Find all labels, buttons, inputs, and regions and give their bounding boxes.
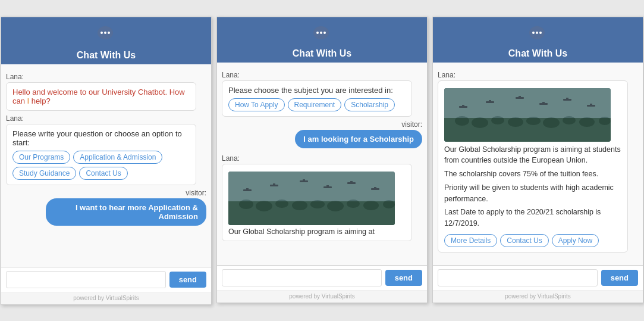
chat-input-2[interactable] [222, 269, 382, 286]
scholarship-text-3a: Our Global Scholarship program is aiming… [444, 144, 621, 167]
svg-point-49 [599, 117, 611, 125]
chat-header-3: Chat With Us [433, 17, 643, 63]
chip-scholarship[interactable]: Scholarship [344, 98, 395, 111]
send-button-3[interactable]: send [601, 270, 638, 286]
svg-point-48 [579, 117, 595, 127]
svg-point-37 [536, 32, 538, 34]
lana-text-2a: Please choose the subject you are intere… [228, 86, 393, 95]
chat-footer-1: send [1, 267, 211, 292]
svg-point-46 [543, 117, 560, 128]
send-button-1[interactable]: send [169, 272, 206, 288]
chat-header-2: Chat With Us [217, 17, 427, 63]
chip-application[interactable]: Application & Admission [73, 151, 162, 164]
lana-label-2a: Lana: [222, 71, 422, 79]
chat-body-1[interactable]: Lana: Hello and welcome to our Universit… [1, 64, 211, 267]
visitor-bubble-2: I am looking for a Scholarship [295, 130, 422, 148]
chat-widget-3: Chat With Us Lana: [432, 17, 643, 303]
chat-widget-1: Chat With Us Lana: Hello and welcome to … [1, 17, 212, 305]
powered-by-1: powered by VirtualSpirits [1, 292, 211, 304]
scholarship-image-2 [228, 172, 395, 225]
lana-label-2b: Lana: [222, 154, 422, 163]
svg-point-17 [327, 201, 344, 211]
svg-point-9 [323, 32, 326, 34]
chip-more-details[interactable]: More Details [444, 234, 497, 247]
scholarship-text-3b: The scholarship covers 75% of the tuitio… [444, 169, 621, 180]
chip-row-2: How To Apply Requirement Scholarship [228, 98, 406, 111]
svg-point-38 [539, 32, 542, 34]
lana-bubble-2b: Our Global Scholarship program is aiming… [222, 164, 412, 241]
svg-point-4 [108, 32, 110, 34]
visitor-bubble-1: I want to hear more Application & Admiss… [46, 198, 206, 226]
chat-input-1[interactable] [6, 271, 166, 288]
svg-point-45 [526, 117, 541, 125]
visitor-label-2: visitor: [222, 120, 422, 129]
svg-point-3 [104, 32, 106, 34]
chip-our-programs[interactable]: Our Programs [12, 151, 70, 164]
lana-bubble-1b: Please write your question or choose an … [6, 124, 196, 185]
visitor-label-1: visitor: [6, 189, 206, 197]
lana-label-1a: Lana: [6, 73, 206, 81]
svg-rect-62 [444, 88, 611, 118]
chat-title-2: Chat With Us [293, 48, 351, 58]
chat-icon-2 [217, 23, 427, 47]
lana-label-1b: Lana: [6, 114, 206, 123]
chip-requirement[interactable]: Requirement [288, 98, 342, 111]
lana-text-1b: Please write your question or choose an … [12, 129, 182, 147]
visitor-row-2: visitor: I am looking for a Scholarship [222, 120, 422, 129]
lana-label-3: Lana: [438, 71, 638, 79]
svg-point-20 [383, 200, 395, 208]
chat-footer-3: send [433, 265, 643, 290]
lana-bubble-1a: Hello and welcome to our University Chat… [6, 82, 196, 111]
scholarship-text-3d: Last Date to apply to the 2020/21 schola… [444, 207, 621, 229]
chat-footer-2: send [217, 265, 427, 290]
lana-bubble-2a: Please choose the subject you are intere… [222, 80, 412, 117]
chat-icon-1 [1, 23, 211, 49]
chat-header-1: Chat With Us [1, 17, 211, 64]
chat-body-wrapper-1: Lana: Hello and welcome to our Universit… [1, 64, 211, 267]
chip-apply-now[interactable]: Apply Now [552, 234, 599, 247]
chat-container: Chat With Us Lana: Hello and welcome to … [1, 17, 643, 305]
chat-title-1: Chat With Us [77, 50, 136, 60]
svg-point-19 [363, 201, 379, 210]
svg-point-42 [472, 117, 488, 128]
chat-icon-3 [433, 23, 643, 47]
chat-body-3[interactable]: Lana: [433, 63, 643, 265]
chip-study-guidance[interactable]: Study Guidance [12, 167, 76, 180]
svg-point-44 [508, 117, 523, 127]
svg-point-7 [316, 32, 319, 34]
chat-input-3[interactable] [438, 269, 598, 286]
chat-body-2[interactable]: Lana: Please choose the subject you are … [217, 63, 427, 265]
svg-rect-33 [228, 172, 395, 201]
lana-bubble-3: Our Global Scholarship program is aiming… [438, 80, 628, 253]
chip-row-3: More Details Contact Us Apply Now [444, 234, 621, 247]
chat-body-wrapper-3: Lana: [433, 63, 643, 265]
chip-contact-us[interactable]: Contact Us [79, 167, 127, 180]
chat-body-wrapper-2: Lana: Please choose the subject you are … [217, 63, 427, 265]
svg-point-8 [320, 32, 322, 34]
svg-point-2 [100, 32, 103, 34]
svg-point-15 [292, 201, 307, 210]
visitor-row-1: visitor: I want to hear more Application… [6, 189, 206, 197]
scholarship-image-3 [444, 88, 611, 142]
powered-by-2: powered by VirtualSpirits [217, 290, 427, 303]
chat-title-3: Chat With Us [508, 48, 567, 58]
chip-row-1: Our Programs Application & Admission Stu… [12, 151, 190, 180]
chip-contact-us-3[interactable]: Contact Us [500, 234, 548, 247]
chat-widget-2: Chat With Us Lana: Please choose the sub… [216, 17, 428, 303]
send-button-2[interactable]: send [385, 270, 422, 286]
svg-point-16 [310, 200, 325, 208]
lana-image-text-2: Our Global Scholarship program is aiming… [228, 227, 406, 236]
powered-by-3: powered by VirtualSpirits [433, 290, 643, 303]
svg-point-13 [256, 201, 272, 211]
svg-point-36 [532, 32, 535, 34]
chip-how-to-apply[interactable]: How To Apply [228, 98, 285, 111]
scholarship-text-3c: Priority will be given to students with … [444, 182, 621, 205]
